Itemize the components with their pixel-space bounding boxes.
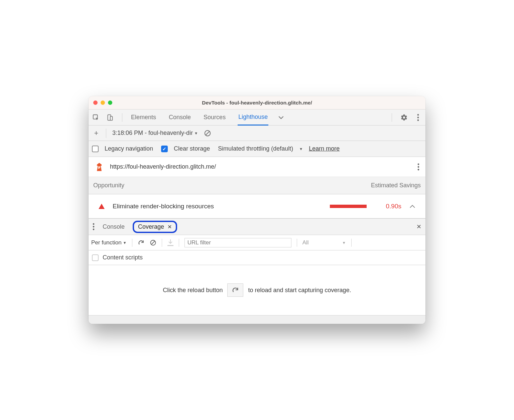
fail-triangle-icon	[99, 204, 105, 209]
main-tab-bar: Elements Console Sources Lighthouse	[89, 110, 425, 126]
dropdown-caret-icon: ▼	[194, 131, 198, 135]
divider	[392, 113, 392, 122]
tab-console[interactable]: Console	[168, 110, 191, 126]
main-tabs: Elements Console Sources Lighthouse	[130, 110, 268, 126]
clear-coverage-icon[interactable]	[150, 239, 156, 246]
lighthouse-logo-icon	[95, 162, 104, 172]
throttling-label: Simulated throttling (default)	[218, 145, 293, 152]
svg-point-5	[417, 119, 419, 121]
svg-rect-2	[110, 116, 113, 120]
lighthouse-options-row: + 3:18:06 PM - foul-heavenly-dir ▼	[89, 126, 425, 141]
report-menu-icon[interactable]	[417, 163, 419, 171]
throttling-dropdown[interactable]: Simulated throttling (default) ▼	[218, 145, 303, 152]
content-scripts-label: Content scripts	[103, 254, 143, 261]
svg-line-15	[151, 241, 155, 244]
granularity-label: Per function	[91, 239, 122, 246]
coverage-empty-state: Click the reload button to reload and st…	[89, 265, 425, 315]
report-selector-label: 3:18:06 PM - foul-heavenly-dir	[112, 130, 193, 137]
legacy-navigation-checkbox[interactable]	[92, 146, 99, 152]
empty-text-pre: Click the reload button	[163, 287, 223, 294]
svg-point-4	[417, 117, 419, 118]
savings-column-header: Estimated Savings	[371, 182, 421, 189]
granularity-dropdown[interactable]: Per function ▼	[91, 239, 127, 246]
type-filter-dropdown[interactable]: All ▼	[302, 239, 346, 246]
drawer-tab-coverage[interactable]: Coverage ✕	[133, 221, 177, 233]
drawer-tab-bar: Console Coverage ✕ ✕	[89, 218, 425, 235]
svg-point-3	[417, 114, 419, 116]
audit-row[interactable]: Eliminate render-blocking resources 0.90…	[89, 194, 425, 218]
drawer-tab-console[interactable]: Console	[103, 223, 125, 230]
svg-line-7	[206, 131, 210, 135]
svg-point-9	[418, 166, 419, 168]
svg-point-10	[418, 169, 419, 170]
tab-sources[interactable]: Sources	[203, 110, 226, 126]
lighthouse-settings-row: Legacy navigation ✓ Clear storage Simula…	[89, 141, 425, 157]
divider	[297, 239, 297, 247]
report-selector-dropdown[interactable]: 3:18:06 PM - foul-heavenly-dir ▼	[112, 130, 198, 137]
devtools-window: DevTools - foul-heavenly-direction.glitc…	[89, 96, 425, 324]
divider	[162, 239, 162, 247]
dropdown-caret-icon: ▼	[123, 241, 127, 245]
type-filter-label: All	[302, 239, 309, 246]
url-filter-input[interactable]	[184, 238, 291, 247]
close-tab-icon[interactable]: ✕	[167, 224, 172, 230]
divider	[106, 129, 106, 138]
reload-button[interactable]	[227, 283, 243, 297]
export-icon	[167, 239, 173, 246]
drawer-menu-icon[interactable]	[93, 223, 95, 230]
divider	[132, 239, 132, 247]
divider	[179, 239, 179, 247]
inspect-element-icon[interactable]	[92, 114, 100, 122]
drawer-tab-coverage-label: Coverage	[138, 223, 164, 230]
svg-point-11	[93, 223, 95, 225]
reload-icon[interactable]	[138, 239, 144, 246]
divider	[351, 239, 352, 247]
legacy-navigation-label: Legacy navigation	[105, 145, 153, 152]
close-drawer-icon[interactable]: ✕	[416, 223, 421, 230]
svg-point-13	[93, 229, 95, 230]
savings-bar	[330, 205, 367, 208]
footer-bar	[89, 315, 425, 324]
chevron-up-icon[interactable]	[409, 204, 415, 208]
more-tabs-icon[interactable]	[278, 115, 284, 120]
dropdown-caret-icon: ▼	[342, 241, 346, 245]
window-title: DevTools - foul-heavenly-direction.glitc…	[89, 100, 425, 106]
clear-report-icon[interactable]	[204, 130, 211, 137]
svg-point-12	[93, 226, 95, 228]
coverage-toolbar: Per function ▼ All ▼	[89, 235, 425, 250]
audit-title: Eliminate render-blocking resources	[113, 203, 322, 210]
device-toolbar-icon[interactable]	[106, 114, 114, 122]
titlebar: DevTools - foul-heavenly-direction.glitc…	[89, 96, 425, 110]
settings-gear-icon[interactable]	[400, 114, 408, 122]
new-report-button[interactable]: +	[93, 129, 100, 138]
clear-storage-label: Clear storage	[174, 145, 210, 152]
divider	[122, 113, 122, 122]
kebab-menu-icon[interactable]	[414, 114, 422, 122]
dropdown-caret-icon: ▼	[299, 147, 303, 151]
empty-text-post: to reload and start capturing coverage.	[248, 287, 351, 294]
content-scripts-row: Content scripts	[89, 250, 425, 265]
tab-lighthouse[interactable]: Lighthouse	[238, 110, 268, 126]
content-scripts-checkbox[interactable]	[92, 254, 99, 261]
main-tab-left	[92, 113, 124, 122]
tab-elements[interactable]: Elements	[130, 110, 157, 126]
svg-rect-16	[167, 245, 173, 246]
savings-value: 0.90s	[375, 203, 401, 210]
learn-more-link[interactable]: Learn more	[309, 145, 340, 152]
lighthouse-url-row: https://foul-heavenly-direction.glitch.m…	[89, 157, 425, 177]
audited-url: https://foul-heavenly-direction.glitch.m…	[110, 163, 411, 170]
opportunity-column-header: Opportunity	[93, 182, 371, 189]
svg-point-8	[418, 163, 419, 165]
clear-storage-checkbox[interactable]: ✓	[161, 146, 168, 152]
main-tab-right	[390, 113, 422, 122]
opportunities-header: Opportunity Estimated Savings	[89, 177, 425, 194]
